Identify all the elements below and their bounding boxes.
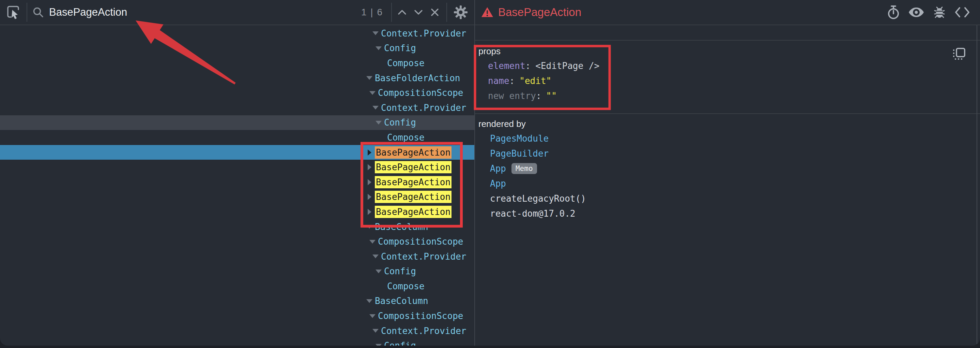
debug-button[interactable] [932, 5, 947, 19]
tree-row[interactable]: BasePageAction [0, 160, 474, 175]
component-name: Compose [387, 132, 425, 143]
tree-row-hovered[interactable]: Config [0, 115, 474, 130]
component-name: CompositionScope [378, 311, 463, 321]
rendered-by-item: createLegacyRoot() [475, 191, 980, 206]
rendered-by-item[interactable]: PageBuilder [475, 146, 980, 161]
tree-row-selected[interactable]: BasePageAction [0, 145, 474, 160]
collapse-toggle[interactable] [372, 104, 379, 111]
collapse-toggle[interactable] [375, 268, 382, 275]
component-name: CompositionScope [378, 236, 463, 247]
prop-new-entry-row[interactable]: new entry:"" [475, 88, 980, 104]
component-name: Config [384, 266, 416, 276]
component-name: BaseFolderAction [375, 73, 460, 83]
inspect-element-icon [6, 5, 20, 19]
search-input[interactable] [49, 6, 308, 18]
owner-link[interactable]: PageBuilder [490, 148, 549, 159]
scrollbar-gutter[interactable] [977, 25, 977, 346]
tree-row[interactable]: Config [0, 338, 474, 346]
react-devtools-window: 1 | 6 [0, 0, 980, 346]
tree-row[interactable]: BasePageAction [0, 204, 474, 219]
prop-value[interactable]: "edit" [519, 76, 551, 86]
prop-key: name [488, 76, 509, 86]
tree-row[interactable]: CompositionScope [0, 308, 474, 323]
clear-search-button[interactable] [426, 8, 443, 16]
collapse-toggle[interactable] [366, 297, 373, 304]
tree-row[interactable]: Context.Provider [0, 26, 474, 41]
component-name-current-match: BasePageAction [375, 146, 452, 159]
inspected-component-panel: BasePageAction [475, 0, 980, 346]
tree-row[interactable]: Context.Provider [0, 249, 474, 264]
tree-row[interactable]: BaseFolderAction [0, 70, 474, 86]
tree-row[interactable]: CompositionScope [0, 85, 474, 100]
rendered-by-item[interactable]: PagesModule [475, 131, 980, 146]
owner-link[interactable]: App [490, 179, 506, 189]
view-source-button[interactable] [955, 7, 970, 18]
previous-match-button[interactable] [394, 10, 410, 15]
component-name-match: BasePageAction [375, 161, 452, 173]
collapse-toggle[interactable] [375, 342, 382, 346]
component-name: BaseColumn [375, 222, 428, 232]
suspense-toggle-button[interactable] [908, 7, 924, 18]
next-match-button[interactable] [410, 10, 426, 15]
collapse-toggle[interactable] [372, 253, 379, 260]
expand-toggle[interactable] [366, 149, 373, 156]
collapse-toggle[interactable] [369, 89, 376, 96]
eye-icon [908, 7, 924, 18]
expand-toggle[interactable] [366, 179, 373, 185]
component-tree: Context.Provider Config Compose BaseFold… [0, 26, 474, 346]
settings-button[interactable] [447, 5, 474, 19]
collapse-toggle[interactable] [366, 223, 373, 230]
component-name: Compose [387, 281, 425, 291]
rendered-by-item[interactable]: App [475, 176, 980, 191]
owner-link[interactable]: PagesModule [490, 133, 549, 144]
prop-value[interactable]: <EditPage /> [535, 61, 600, 71]
collapse-toggle[interactable] [366, 75, 373, 81]
search-icon [27, 6, 49, 18]
component-name-match: BasePageAction [375, 206, 452, 218]
root-entry: createLegacyRoot() [490, 193, 586, 204]
rendered-by-label: rendered by [475, 117, 980, 131]
rendered-by-item: react-dom@17.0.2 [475, 206, 980, 221]
tree-row[interactable]: BasePageAction [0, 175, 474, 190]
tree-row[interactable]: Compose [0, 279, 474, 294]
inspect-element-button[interactable] [0, 5, 27, 19]
collapse-toggle[interactable] [375, 45, 382, 51]
owner-link[interactable]: App [490, 163, 506, 174]
collapse-toggle[interactable] [369, 238, 376, 245]
component-name-match: BasePageAction [375, 191, 452, 203]
search-result-count: 1 | 6 [361, 7, 383, 18]
error-warning-icon [481, 7, 493, 18]
tree-row[interactable]: BaseColumn [0, 294, 474, 309]
collapse-toggle[interactable] [375, 119, 382, 126]
tree-row[interactable]: Config [0, 41, 474, 56]
tree-row[interactable]: Context.Provider [0, 323, 474, 338]
component-name-match: BasePageAction [375, 176, 452, 188]
component-name: CompositionScope [378, 88, 463, 98]
expand-toggle[interactable] [366, 193, 373, 200]
dock-panel-button[interactable] [952, 48, 966, 62]
tree-row[interactable]: BaseColumn [0, 219, 474, 235]
bug-icon [932, 5, 947, 19]
toolbar-separator [391, 3, 392, 22]
props-section: props element:<EditPage /> name:"edit" n… [475, 41, 980, 114]
tree-row[interactable]: Compose [0, 56, 474, 70]
tree-row[interactable]: Compose [0, 130, 474, 145]
tree-row[interactable]: Context.Provider [0, 100, 474, 115]
component-name: Config [384, 340, 416, 346]
tree-row[interactable]: Config [0, 264, 474, 279]
header-spacer [475, 25, 980, 41]
component-name: Context.Provider [381, 251, 466, 262]
rendered-by-item[interactable]: App Memo [475, 161, 980, 176]
component-name: BaseColumn [375, 296, 428, 306]
tree-row[interactable]: CompositionScope [0, 234, 474, 249]
tree-row[interactable]: BasePageAction [0, 190, 474, 205]
collapse-toggle[interactable] [372, 30, 379, 37]
prop-value[interactable]: "" [546, 91, 557, 101]
profiler-timer-button[interactable] [887, 5, 900, 19]
rendered-by-section: rendered by PagesModule PageBuilder App … [475, 114, 980, 221]
expand-toggle[interactable] [366, 209, 373, 215]
tree-toolbar: 1 | 6 [0, 0, 474, 25]
collapse-toggle[interactable] [372, 327, 379, 334]
collapse-toggle[interactable] [369, 313, 376, 319]
expand-toggle[interactable] [366, 164, 373, 171]
